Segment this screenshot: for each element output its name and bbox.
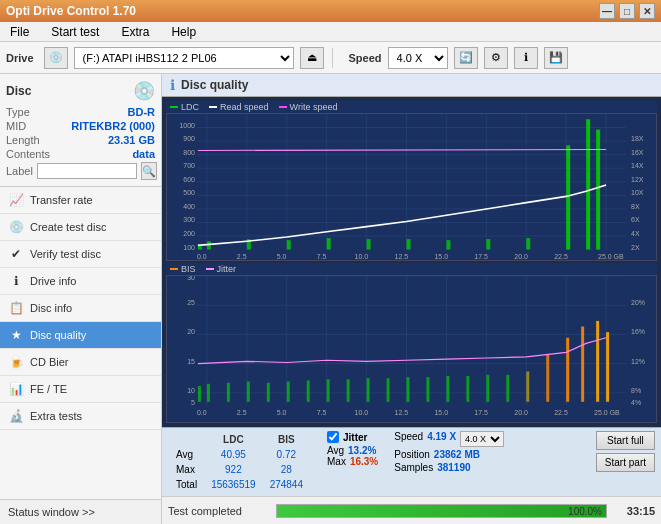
sidebar-item-create-test-disc-label: Create test disc [30, 221, 106, 233]
jitter-max: 16.3% [350, 456, 378, 467]
speed-select-stat[interactable]: 4.0 X [460, 431, 504, 447]
legend-jitter: Jitter [206, 264, 237, 274]
drive-select[interactable]: (F:) ATAPI iHBS112 2 PL06 [74, 47, 294, 69]
svg-text:2.5: 2.5 [237, 408, 247, 418]
app-title: Opti Drive Control 1.70 [6, 4, 136, 18]
minimize-button[interactable]: — [599, 3, 615, 19]
status-window-button[interactable]: Status window >> [0, 499, 161, 524]
disc-label-label: Label [6, 165, 33, 177]
refresh-button[interactable]: 🔄 [454, 47, 478, 69]
disc-contents-label: Contents [6, 148, 50, 160]
menu-extra[interactable]: Extra [115, 23, 155, 41]
stats-table: LDC BIS Avg 40.95 0.72 Max 922 28 Total … [168, 431, 311, 493]
sidebar-item-disc-quality[interactable]: ★ Disc quality [0, 322, 161, 349]
menu-start-test[interactable]: Start test [45, 23, 105, 41]
svg-rect-116 [446, 376, 449, 402]
start-full-button[interactable]: Start full [596, 431, 655, 450]
svg-rect-61 [566, 145, 570, 249]
svg-text:25.0 GB: 25.0 GB [598, 253, 624, 260]
progress-bar-container: 100.0% [276, 504, 607, 518]
disc-mid-label: MID [6, 120, 26, 132]
disc-type-label: Type [6, 106, 30, 118]
sidebar-item-create-test-disc[interactable]: 💿 Create test disc [0, 214, 161, 241]
svg-text:18X: 18X [631, 135, 644, 143]
svg-text:500: 500 [183, 189, 195, 197]
settings-button[interactable]: ⚙ [484, 47, 508, 69]
svg-text:8X: 8X [631, 203, 640, 211]
samples-value: 381190 [437, 462, 470, 473]
legend-jitter-label: Jitter [217, 264, 237, 274]
svg-text:5: 5 [191, 398, 195, 408]
svg-text:20%: 20% [631, 298, 645, 308]
bis-avg: 0.72 [264, 448, 309, 461]
speed-select[interactable]: 4.0 X [388, 47, 448, 69]
sidebar-item-extra-tests[interactable]: 🔬 Extra tests [0, 403, 161, 430]
eject-button[interactable]: ⏏ [300, 47, 324, 69]
svg-text:2X: 2X [631, 243, 640, 251]
svg-text:20: 20 [187, 327, 195, 337]
svg-text:100: 100 [183, 243, 195, 251]
sidebar-item-fe-te-label: FE / TE [30, 383, 67, 395]
svg-text:4X: 4X [631, 230, 640, 238]
sidebar-item-disc-info-label: Disc info [30, 302, 72, 314]
svg-text:30: 30 [187, 276, 195, 283]
svg-text:400: 400 [183, 203, 195, 211]
menu-file[interactable]: File [4, 23, 35, 41]
svg-text:14X: 14X [631, 162, 644, 170]
disc-label-btn[interactable]: 🔍 [141, 162, 157, 180]
sidebar-item-transfer-rate[interactable]: 📈 Transfer rate [0, 187, 161, 214]
sidebar-item-cd-bier-label: CD Bier [30, 356, 69, 368]
sidebar-item-cd-bier[interactable]: 🍺 CD Bier [0, 349, 161, 376]
svg-rect-59 [486, 239, 490, 249]
svg-rect-105 [227, 383, 230, 402]
disc-mid-value: RITEKBR2 (000) [71, 120, 155, 132]
svg-text:22.5: 22.5 [554, 408, 568, 418]
svg-text:12.5: 12.5 [395, 408, 409, 418]
legend-bis: BIS [170, 264, 196, 274]
sidebar-item-disc-quality-label: Disc quality [30, 329, 86, 341]
jitter-label: Jitter [343, 432, 367, 443]
drive-icon-btn[interactable]: 💿 [44, 47, 68, 69]
svg-text:12%: 12% [631, 356, 645, 366]
jitter-checkbox[interactable] [327, 431, 339, 443]
close-button[interactable]: ✕ [639, 3, 655, 19]
maximize-button[interactable]: □ [619, 3, 635, 19]
chart2: 5 10 15 20 25 30 4% 8% 12% 16% 20% 0.0 [166, 275, 657, 423]
legend-write-speed-label: Write speed [290, 102, 338, 112]
svg-text:17.5: 17.5 [474, 253, 488, 260]
svg-rect-62 [586, 119, 590, 249]
ldc-header: LDC [205, 433, 262, 446]
svg-rect-55 [327, 238, 331, 249]
svg-rect-103 [198, 386, 201, 402]
sidebar-item-disc-info[interactable]: 📋 Disc info [0, 295, 161, 322]
svg-rect-109 [307, 380, 310, 401]
start-buttons: Start full Start part [596, 431, 655, 472]
samples-label: Samples [394, 462, 433, 473]
disc-label-input[interactable] [37, 163, 137, 179]
drive-info-icon: ℹ [8, 273, 24, 289]
chart1: 100 200 300 400 500 600 700 800 900 1000… [166, 113, 657, 261]
fe-te-icon: 📊 [8, 381, 24, 397]
disc-quality-header-icon: ℹ [170, 77, 175, 93]
jitter-avg-label: Avg [327, 445, 344, 456]
svg-rect-60 [526, 238, 530, 249]
svg-text:22.5: 22.5 [554, 253, 568, 260]
info-button[interactable]: ℹ [514, 47, 538, 69]
svg-rect-111 [347, 379, 350, 401]
save-button[interactable]: 💾 [544, 47, 568, 69]
svg-text:16X: 16X [631, 149, 644, 157]
bis-total: 274844 [264, 478, 309, 491]
sidebar-item-fe-te[interactable]: 📊 FE / TE [0, 376, 161, 403]
status-text: Test completed [168, 505, 268, 517]
sidebar-item-verify-test-disc[interactable]: ✔ Verify test disc [0, 241, 161, 268]
menu-help[interactable]: Help [165, 23, 202, 41]
drive-label: Drive [6, 52, 34, 64]
svg-text:15.0: 15.0 [434, 253, 448, 260]
svg-rect-124 [596, 321, 599, 402]
disc-quality-title: Disc quality [181, 78, 248, 92]
progress-area: Test completed 100.0% 33:15 [162, 496, 661, 524]
start-part-button[interactable]: Start part [596, 453, 655, 472]
sidebar-item-drive-info[interactable]: ℹ Drive info [0, 268, 161, 295]
bis-max: 28 [264, 463, 309, 476]
bis-dot [170, 268, 178, 270]
